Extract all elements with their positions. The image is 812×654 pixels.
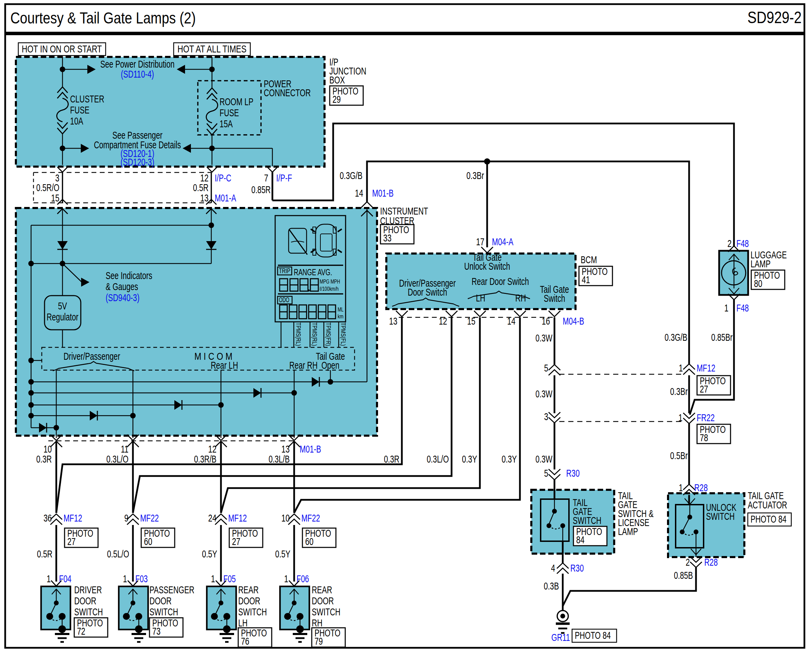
svg-text:BOX: BOX [329,75,345,86]
svg-text:FUSE: FUSE [70,104,89,116]
svg-text:15: 15 [467,316,475,327]
svg-text:Rear LH: Rear LH [211,360,238,371]
svg-text:TPMS(RL): TPMS(RL) [311,322,318,346]
svg-text:29: 29 [332,94,341,105]
svg-text:DRIVER: DRIVER [74,584,102,595]
svg-text:0.5Y: 0.5Y [275,549,290,559]
svg-text:0.3Br: 0.3Br [670,386,688,397]
svg-text:2: 2 [728,238,732,249]
svg-text:13: 13 [200,193,208,203]
svg-text:13: 13 [389,316,397,327]
svg-text:DOOR: DOOR [74,595,97,607]
svg-text:36: 36 [43,513,52,524]
svg-text:1: 1 [47,573,51,584]
svg-text:SD929-2: SD929-2 [748,8,802,27]
svg-text:41: 41 [582,274,590,285]
svg-text:Rear RH: Rear RH [289,360,318,371]
svg-text:SWITCH: SWITCH [573,515,601,526]
svg-text:LH: LH [238,617,248,628]
svg-text:Driver/Passenger: Driver/Passenger [64,351,120,362]
svg-text:60: 60 [144,536,152,547]
svg-text:73: 73 [152,626,161,637]
svg-text:R30: R30 [566,468,580,479]
svg-text:7: 7 [264,173,268,183]
svg-text:LH: LH [476,292,486,304]
svg-text:0.3L/O: 0.3L/O [106,454,129,465]
svg-text:LAMP: LAMP [751,258,771,269]
svg-text:33: 33 [383,232,392,243]
svg-text:GR11: GR11 [552,632,570,643]
svg-text:0.3Y: 0.3Y [462,454,477,465]
svg-text:Door Switch: Door Switch [408,287,447,298]
svg-text:LAMP: LAMP [618,526,638,537]
svg-text:SWITCH: SWITCH [238,607,267,617]
svg-text:0.3R: 0.3R [36,454,52,465]
svg-text:76: 76 [241,636,249,647]
svg-text:0.3Y: 0.3Y [502,454,517,465]
svg-text:I/P-C: I/P-C [215,173,231,183]
svg-text:72: 72 [77,626,85,637]
svg-text:CONNECTOR: CONNECTOR [264,87,311,98]
svg-text:M01-B: M01-B [372,188,394,199]
svg-text:Unlock Switch: Unlock Switch [464,261,510,272]
svg-text:CLUSTER: CLUSTER [70,93,104,104]
svg-text:R28: R28 [694,482,708,493]
svg-text:16: 16 [542,316,550,327]
svg-text:24: 24 [208,513,216,524]
svg-text:0.3B: 0.3B [544,581,559,591]
svg-text:1: 1 [724,303,728,313]
svg-text:Courtesy & Tail Gate Lamps (2): Courtesy & Tail Gate Lamps (2) [10,9,196,27]
svg-text:DOOR: DOOR [238,595,260,607]
svg-text:27: 27 [700,384,708,394]
svg-text:Switch: Switch [544,293,565,304]
svg-text:ODO: ODO [279,296,289,304]
svg-text:0.3W: 0.3W [535,388,552,399]
svg-text:BCM: BCM [581,254,597,265]
svg-text:0.85B: 0.85B [674,570,693,581]
svg-text:14: 14 [355,188,363,199]
svg-text:11: 11 [121,443,129,455]
svg-text:0.85R: 0.85R [251,184,271,195]
svg-text:84: 84 [576,534,584,546]
svg-text:4: 4 [551,562,555,574]
svg-text:SWITCH: SWITCH [74,607,103,617]
svg-text:MF22: MF22 [140,513,159,524]
svg-text:1: 1 [211,573,215,584]
svg-text:R28: R28 [704,557,718,568]
svg-text:MF12: MF12 [228,513,247,524]
svg-text:M01-A: M01-A [215,193,236,203]
svg-text:5V: 5V [58,300,67,312]
svg-text:17: 17 [476,236,484,247]
svg-text:RH: RH [312,617,322,628]
svg-text:M01-B: M01-B [300,443,321,455]
svg-text:Open: Open [322,360,339,371]
svg-text:1: 1 [284,573,288,584]
svg-text:HOT IN ON OR START: HOT IN ON OR START [22,43,102,55]
svg-text:80: 80 [754,278,762,289]
svg-text:10: 10 [43,443,52,455]
svg-text:DOOR: DOOR [150,595,172,607]
svg-text:SWITCH: SWITCH [706,511,735,522]
svg-text:0.3G/B: 0.3G/B [340,170,363,181]
svg-text:Rear Door Switch: Rear Door Switch [472,276,529,287]
svg-text:MF12: MF12 [697,362,715,374]
svg-text:F03: F03 [135,573,148,584]
svg-text:km: km [338,313,343,320]
svg-text:PHOTO 84: PHOTO 84 [751,513,786,525]
svg-text:HOT AT ALL TIMES: HOT AT ALL TIMES [178,43,247,55]
svg-text:0.85Br: 0.85Br [711,332,732,343]
svg-text:0.3R/B: 0.3R/B [194,454,216,465]
svg-text:1: 1 [679,482,683,493]
svg-text:79: 79 [314,636,323,647]
svg-text:12: 12 [208,443,216,455]
svg-text:TPMS(RL): TPMS(RL) [295,322,302,346]
svg-text:9: 9 [124,513,129,524]
svg-text:See Indicators: See Indicators [106,270,152,281]
svg-text:M04-A: M04-A [492,236,513,247]
svg-text:PASSENGER: PASSENGER [150,584,195,595]
svg-text:RH: RH [515,292,526,304]
svg-text:TPMS(FR): TPMS(FR) [325,322,332,346]
svg-text:5: 5 [544,468,548,479]
svg-text:0.5R: 0.5R [37,549,52,559]
svg-text:MPG MPH: MPG MPH [320,278,340,285]
